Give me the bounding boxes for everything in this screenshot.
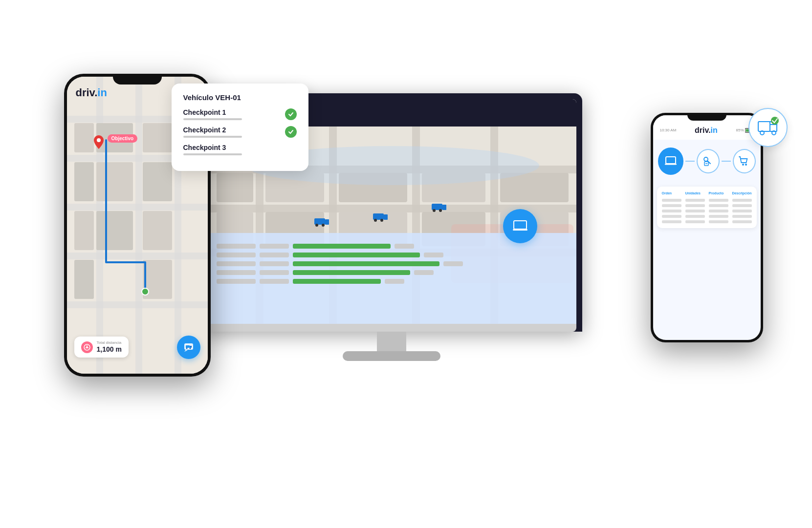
table-cell [732,210,752,212]
svg-rect-27 [186,345,190,348]
svg-point-31 [189,347,191,349]
cell [217,244,256,249]
checkpoint-item-2: Checkpoint 2 [183,126,297,138]
objective-marker: Objectivo [94,135,138,149]
table-row [662,199,752,202]
process-step-2 [697,149,720,173]
table-cell [732,204,752,207]
chat-icon [183,342,194,353]
table-rows [662,199,752,223]
svg-point-30 [186,347,187,349]
data-row-2 [217,253,567,257]
svg-rect-16 [96,211,133,250]
svg-rect-24 [86,347,88,348]
order-table: Orden Unidades Producto Descripción [657,187,757,228]
svg-point-20 [142,288,149,295]
svg-rect-60 [432,204,442,210]
cell [260,253,289,257]
table-cell [685,210,705,212]
svg-rect-69 [666,157,676,164]
checkpoint-status-1 [285,108,297,120]
cell [260,244,289,249]
table-cell [685,204,705,207]
table-cell [685,199,705,202]
checkpoint-item-3: Checkpoint 3 [183,144,297,155]
data-row-5 [217,279,567,284]
col-unidades: Unidades [685,191,704,195]
col-descripcion: Descripción [732,191,751,195]
checkpoint-info-3: Checkpoint 3 [183,144,242,155]
table-header: Orden Unidades Producto Descripción [662,191,752,195]
checkpoint-info-2: Checkpoint 2 [183,126,242,138]
table-cell [685,215,705,218]
checkpoint-bar-2 [183,136,242,138]
checkpoint-name-1: Checkpoint 1 [183,108,242,116]
table-row [662,210,752,212]
table-cell [662,199,681,202]
cell [217,270,256,275]
data-row-3 [217,261,567,266]
svg-rect-18 [74,260,94,299]
svg-point-75 [742,164,744,166]
checkpoint-name-2: Checkpoint 2 [183,126,242,134]
svg-rect-9 [74,123,94,152]
process-step-1 [658,148,684,175]
phone-right-logo: driv.in [695,126,718,135]
checkpoint-bar-3 [183,153,242,155]
cell [217,253,256,257]
location-pin-icon [94,135,104,149]
laptop-icon [512,218,528,234]
svg-point-54 [315,224,318,227]
svg-point-76 [745,164,747,166]
chat-button[interactable] [177,336,200,359]
data-rows [217,244,567,284]
col-orden: Orden [662,191,681,195]
monitor-stand-base [343,351,440,361]
cart-process-icon [738,155,750,167]
checkpoint-info-1: Checkpoint 1 [183,108,242,120]
svg-rect-44 [500,173,569,202]
phone-right-header: 10:30 AM driv.in 85% [653,115,761,140]
distance-icon [81,341,93,353]
vehicle-name: Vehículo VEH-01 [183,93,297,102]
check-icon-1 [288,111,294,117]
cell [385,279,404,284]
cell [217,261,256,266]
table-cell [709,215,728,218]
table-cell [709,220,728,223]
checkpoint-popup: Vehículo VEH-01 Checkpoint 1 Checkpoint … [172,84,308,171]
svg-rect-17 [143,211,172,250]
svg-rect-56 [373,213,384,220]
svg-rect-11 [143,123,172,152]
svg-rect-7 [135,77,142,374]
svg-rect-78 [770,125,777,131]
cell [260,279,289,284]
svg-rect-53 [325,219,329,225]
distance-label: Total distancia [97,340,122,345]
objective-label: Objectivo [108,134,138,143]
scan-process-icon [702,155,714,167]
distance-info: Total distancia 1,100 m [97,340,122,354]
main-scene: driv.in Objectivo [64,44,748,484]
svg-rect-12 [74,162,94,201]
cell-green [293,261,439,266]
cell [414,270,434,275]
process-connector-1 [685,161,695,162]
table-row [662,204,752,207]
svg-rect-14 [143,162,172,201]
cell-green [293,270,410,275]
svg-point-58 [374,219,377,222]
svg-rect-77 [758,122,770,131]
svg-rect-15 [74,211,94,250]
svg-rect-70 [665,164,677,165]
cell [260,270,289,275]
table-cell [662,215,681,218]
table-cell [732,220,752,223]
table-cell [662,210,681,212]
location-small-icon [84,344,90,351]
svg-rect-40 [217,173,253,202]
data-row-1 [217,244,567,249]
cell-green [293,253,420,257]
phone-bottom-bar: Total distancia 1,100 m [74,336,200,359]
cell [443,261,463,266]
